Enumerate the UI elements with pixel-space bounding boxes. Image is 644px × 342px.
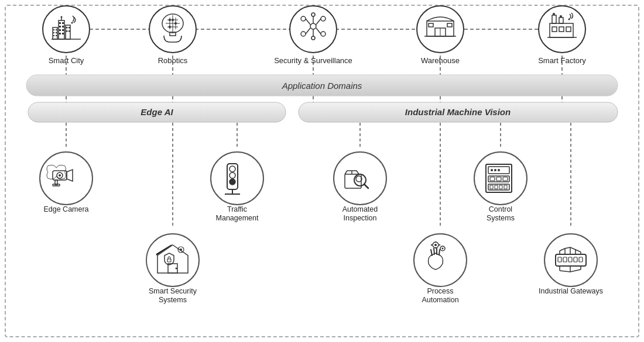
svg-rect-39 xyxy=(68,27,70,29)
svg-line-120 xyxy=(439,250,440,255)
svg-rect-40 xyxy=(66,30,68,32)
svg-line-118 xyxy=(434,248,434,254)
svg-text:Automation: Automation xyxy=(422,296,458,304)
diagram-container: Smart City Robotics Security & Surveilla… xyxy=(0,0,644,342)
svg-text:Automated: Automated xyxy=(342,205,378,213)
svg-rect-30 xyxy=(62,26,64,27)
svg-rect-32 xyxy=(62,29,64,31)
svg-point-88 xyxy=(568,19,570,20)
svg-rect-20 xyxy=(53,29,54,30)
svg-point-122 xyxy=(434,244,437,246)
svg-point-93 xyxy=(59,174,61,177)
svg-text:Systems: Systems xyxy=(487,214,515,222)
svg-text:Management: Management xyxy=(216,214,259,222)
svg-point-97 xyxy=(146,234,199,286)
svg-point-134 xyxy=(498,169,500,171)
app-domains-text: Application Domains xyxy=(282,81,362,91)
svg-point-144 xyxy=(544,234,597,286)
smart-factory-label: Smart Factory xyxy=(538,56,586,65)
svg-rect-29 xyxy=(59,26,61,27)
svg-point-36 xyxy=(61,16,63,18)
svg-text:Systems: Systems xyxy=(159,296,187,304)
svg-point-107 xyxy=(229,179,235,185)
svg-rect-22 xyxy=(53,32,54,33)
svg-text:Smart Security: Smart Security xyxy=(149,287,197,295)
svg-point-99 xyxy=(176,268,177,270)
svg-rect-24 xyxy=(53,35,54,36)
svg-point-52 xyxy=(169,19,171,21)
svg-point-84 xyxy=(560,15,562,18)
svg-text:Inspection: Inspection xyxy=(344,214,377,222)
security-label: Security & Surveillance xyxy=(274,56,352,65)
svg-point-116 xyxy=(414,234,467,286)
svg-point-42 xyxy=(71,22,73,24)
svg-point-128 xyxy=(442,248,444,250)
robotics-label: Robotics xyxy=(158,56,188,65)
svg-text:Process: Process xyxy=(427,287,453,295)
warehouse-label: Warehouse xyxy=(421,56,460,65)
svg-point-53 xyxy=(174,22,177,25)
svg-text:Industrial Gateways: Industrial Gateways xyxy=(539,287,603,295)
svg-rect-27 xyxy=(59,22,61,24)
svg-rect-31 xyxy=(59,29,61,31)
svg-point-133 xyxy=(494,169,496,171)
smart-city-label: Smart City xyxy=(49,56,84,65)
svg-point-79 xyxy=(539,6,585,53)
svg-text:Traffic: Traffic xyxy=(227,205,247,213)
svg-rect-23 xyxy=(56,32,57,33)
svg-rect-25 xyxy=(56,35,57,36)
svg-rect-28 xyxy=(62,22,64,24)
svg-point-129 xyxy=(474,152,527,205)
svg-point-83 xyxy=(553,13,555,15)
svg-point-54 xyxy=(169,26,171,28)
svg-rect-41 xyxy=(68,30,70,32)
edge-ai-text: Edge AI xyxy=(141,107,173,117)
svg-point-132 xyxy=(491,169,493,171)
svg-text:Edge Camera: Edge Camera xyxy=(43,205,88,213)
svg-point-102 xyxy=(180,248,182,251)
svg-rect-38 xyxy=(66,27,68,29)
svg-rect-34 xyxy=(62,33,64,34)
svg-point-110 xyxy=(334,152,386,205)
svg-rect-33 xyxy=(59,33,61,34)
svg-rect-21 xyxy=(56,29,57,30)
svg-point-55 xyxy=(172,19,174,21)
svg-point-18 xyxy=(43,6,90,53)
svg-text:Control: Control xyxy=(489,205,512,213)
machine-vision-text: Industrial Machine Vision xyxy=(405,107,511,117)
diagram-svg: Smart City Robotics Security & Surveilla… xyxy=(0,0,644,342)
